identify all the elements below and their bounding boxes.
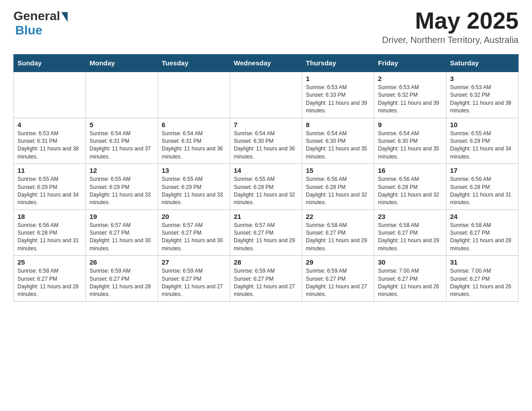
- weekday-header-saturday: Saturday: [446, 55, 519, 72]
- day-number: 19: [90, 213, 154, 220]
- calendar-cell: 12Sunrise: 6:55 AMSunset: 6:29 PMDayligh…: [86, 164, 158, 210]
- sun-info: Sunrise: 6:54 AMSunset: 6:31 PMDaylight:…: [90, 130, 154, 161]
- weekday-header-monday: Monday: [86, 55, 158, 72]
- day-number: 27: [162, 258, 226, 266]
- calendar-cell: 16Sunrise: 6:56 AMSunset: 6:28 PMDayligh…: [374, 164, 446, 210]
- calendar-cell: [86, 72, 158, 118]
- calendar-cell: 29Sunrise: 6:59 AMSunset: 6:27 PMDayligh…: [302, 256, 374, 302]
- weekday-header-wednesday: Wednesday: [230, 55, 302, 72]
- sun-info: Sunrise: 6:57 AMSunset: 6:27 PMDaylight:…: [162, 222, 226, 253]
- calendar-cell: 14Sunrise: 6:55 AMSunset: 6:28 PMDayligh…: [230, 164, 302, 210]
- calendar-cell: 8Sunrise: 6:54 AMSunset: 6:30 PMDaylight…: [302, 118, 374, 164]
- sun-info: Sunrise: 6:56 AMSunset: 6:28 PMDaylight:…: [17, 222, 82, 253]
- calendar-cell: 3Sunrise: 6:53 AMSunset: 6:32 PMDaylight…: [446, 72, 519, 118]
- calendar-cell: 2Sunrise: 6:53 AMSunset: 6:32 PMDaylight…: [374, 72, 446, 118]
- weekday-header-row: SundayMondayTuesdayWednesdayThursdayFrid…: [14, 55, 519, 72]
- sun-info: Sunrise: 6:59 AMSunset: 6:27 PMDaylight:…: [306, 267, 370, 299]
- location-title: Driver, Northern Territory, Australia: [382, 35, 519, 45]
- logo: General Blue: [13, 9, 68, 38]
- sun-info: Sunrise: 6:59 AMSunset: 6:27 PMDaylight:…: [90, 267, 154, 299]
- calendar-week-row: 18Sunrise: 6:56 AMSunset: 6:28 PMDayligh…: [14, 210, 519, 256]
- calendar-cell: 4Sunrise: 6:53 AMSunset: 6:31 PMDaylight…: [14, 118, 86, 164]
- calendar-cell: 22Sunrise: 6:58 AMSunset: 6:27 PMDayligh…: [302, 210, 374, 256]
- day-number: 23: [378, 213, 442, 220]
- day-number: 15: [306, 167, 370, 174]
- calendar-cell: 20Sunrise: 6:57 AMSunset: 6:27 PMDayligh…: [158, 210, 230, 256]
- calendar-cell: 13Sunrise: 6:55 AMSunset: 6:29 PMDayligh…: [158, 164, 230, 210]
- sun-info: Sunrise: 6:55 AMSunset: 6:29 PMDaylight:…: [450, 130, 515, 161]
- sun-info: Sunrise: 6:54 AMSunset: 6:30 PMDaylight:…: [378, 130, 442, 161]
- calendar-cell: 24Sunrise: 6:58 AMSunset: 6:27 PMDayligh…: [446, 210, 519, 256]
- day-number: 11: [17, 167, 82, 174]
- calendar-cell: 18Sunrise: 6:56 AMSunset: 6:28 PMDayligh…: [14, 210, 86, 256]
- day-number: 25: [17, 258, 82, 266]
- day-number: 22: [306, 213, 370, 220]
- day-number: 13: [162, 167, 226, 174]
- sun-info: Sunrise: 6:56 AMSunset: 6:28 PMDaylight:…: [378, 176, 442, 207]
- logo-triangle-icon: [61, 12, 68, 22]
- day-number: 1: [306, 75, 370, 82]
- sun-info: Sunrise: 6:58 AMSunset: 6:27 PMDaylight:…: [17, 267, 82, 299]
- calendar-cell: 31Sunrise: 7:00 AMSunset: 6:27 PMDayligh…: [446, 256, 519, 302]
- day-number: 10: [450, 121, 515, 128]
- sun-info: Sunrise: 7:00 AMSunset: 6:27 PMDaylight:…: [378, 267, 442, 299]
- calendar-week-row: 4Sunrise: 6:53 AMSunset: 6:31 PMDaylight…: [14, 118, 519, 164]
- calendar-cell: 21Sunrise: 6:57 AMSunset: 6:27 PMDayligh…: [230, 210, 302, 256]
- weekday-header-thursday: Thursday: [302, 55, 374, 72]
- sun-info: Sunrise: 6:59 AMSunset: 6:27 PMDaylight:…: [162, 267, 226, 299]
- calendar-cell: 26Sunrise: 6:59 AMSunset: 6:27 PMDayligh…: [86, 256, 158, 302]
- sun-info: Sunrise: 6:53 AMSunset: 6:33 PMDaylight:…: [306, 84, 370, 115]
- page-header: General Blue May 2025 Driver, Northern T…: [13, 9, 519, 45]
- day-number: 21: [234, 213, 298, 220]
- sun-info: Sunrise: 6:58 AMSunset: 6:27 PMDaylight:…: [306, 222, 370, 253]
- day-number: 12: [90, 167, 154, 174]
- day-number: 16: [378, 167, 442, 174]
- day-number: 5: [90, 121, 154, 128]
- calendar-cell: [14, 72, 86, 118]
- day-number: 24: [450, 213, 515, 220]
- day-number: 4: [17, 121, 82, 128]
- calendar-cell: 5Sunrise: 6:54 AMSunset: 6:31 PMDaylight…: [86, 118, 158, 164]
- calendar-table: SundayMondayTuesdayWednesdayThursdayFrid…: [13, 54, 519, 302]
- calendar-cell: 17Sunrise: 6:56 AMSunset: 6:28 PMDayligh…: [446, 164, 519, 210]
- sun-info: Sunrise: 6:58 AMSunset: 6:27 PMDaylight:…: [378, 222, 442, 253]
- calendar-cell: 19Sunrise: 6:57 AMSunset: 6:27 PMDayligh…: [86, 210, 158, 256]
- day-number: 9: [378, 121, 442, 128]
- sun-info: Sunrise: 6:58 AMSunset: 6:27 PMDaylight:…: [450, 222, 515, 253]
- weekday-header-friday: Friday: [374, 55, 446, 72]
- calendar-cell: 6Sunrise: 6:54 AMSunset: 6:31 PMDaylight…: [158, 118, 230, 164]
- day-number: 29: [306, 258, 370, 266]
- calendar-body: 1Sunrise: 6:53 AMSunset: 6:33 PMDaylight…: [14, 72, 519, 301]
- day-number: 2: [378, 75, 442, 82]
- sun-info: Sunrise: 6:59 AMSunset: 6:27 PMDaylight:…: [234, 267, 298, 299]
- sun-info: Sunrise: 6:57 AMSunset: 6:27 PMDaylight:…: [90, 222, 154, 253]
- calendar-cell: 27Sunrise: 6:59 AMSunset: 6:27 PMDayligh…: [158, 256, 230, 302]
- logo-general-text: General: [13, 9, 60, 23]
- calendar-cell: [230, 72, 302, 118]
- logo-blue-text: Blue: [15, 23, 43, 38]
- sun-info: Sunrise: 6:55 AMSunset: 6:28 PMDaylight:…: [234, 176, 298, 207]
- calendar-week-row: 1Sunrise: 6:53 AMSunset: 6:33 PMDaylight…: [14, 72, 519, 118]
- sun-info: Sunrise: 6:54 AMSunset: 6:31 PMDaylight:…: [162, 130, 226, 161]
- day-number: 26: [90, 258, 154, 266]
- day-number: 8: [306, 121, 370, 128]
- calendar-cell: 7Sunrise: 6:54 AMSunset: 6:30 PMDaylight…: [230, 118, 302, 164]
- sun-info: Sunrise: 6:57 AMSunset: 6:27 PMDaylight:…: [234, 222, 298, 253]
- day-number: 14: [234, 167, 298, 174]
- day-number: 31: [450, 258, 515, 266]
- calendar-cell: 15Sunrise: 6:56 AMSunset: 6:28 PMDayligh…: [302, 164, 374, 210]
- day-number: 20: [162, 213, 226, 220]
- sun-info: Sunrise: 6:53 AMSunset: 6:31 PMDaylight:…: [17, 130, 82, 161]
- calendar-cell: 23Sunrise: 6:58 AMSunset: 6:27 PMDayligh…: [374, 210, 446, 256]
- calendar-cell: 11Sunrise: 6:55 AMSunset: 6:29 PMDayligh…: [14, 164, 86, 210]
- calendar-cell: 9Sunrise: 6:54 AMSunset: 6:30 PMDaylight…: [374, 118, 446, 164]
- calendar-cell: 28Sunrise: 6:59 AMSunset: 6:27 PMDayligh…: [230, 256, 302, 302]
- sun-info: Sunrise: 6:55 AMSunset: 6:29 PMDaylight:…: [17, 176, 82, 207]
- day-number: 3: [450, 75, 515, 82]
- sun-info: Sunrise: 6:53 AMSunset: 6:32 PMDaylight:…: [378, 84, 442, 115]
- sun-info: Sunrise: 6:54 AMSunset: 6:30 PMDaylight:…: [234, 130, 298, 161]
- day-number: 7: [234, 121, 298, 128]
- sun-info: Sunrise: 6:54 AMSunset: 6:30 PMDaylight:…: [306, 130, 370, 161]
- weekday-header-sunday: Sunday: [14, 55, 86, 72]
- weekday-header-tuesday: Tuesday: [158, 55, 230, 72]
